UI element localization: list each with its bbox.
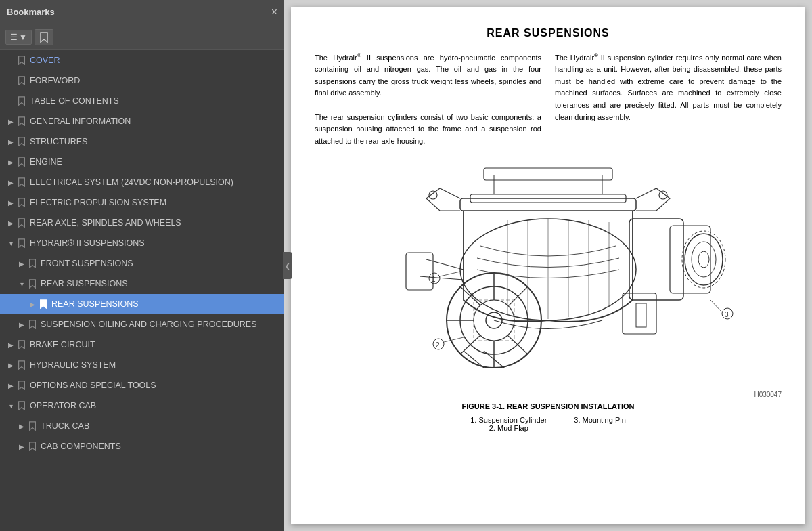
- svg-line-37: [444, 337, 464, 342]
- svg-rect-29: [623, 293, 656, 334]
- svg-point-9: [698, 251, 709, 268]
- sidebar-item-cab-components[interactable]: ▶CAB COMPONENTS: [0, 436, 284, 456]
- figure-reference: H030047: [315, 391, 782, 398]
- svg-point-8: [692, 242, 716, 277]
- sidebar-item-options[interactable]: ▶OPTIONS AND SPECIAL TOOLS: [0, 375, 284, 396]
- sidebar-item-truck-cab[interactable]: ▶TRUCK CAB: [0, 416, 284, 436]
- sidebar-item-brake-circuit[interactable]: ▶BRAKE CIRCUIT: [0, 335, 284, 355]
- svg-point-10: [682, 231, 725, 288]
- bookmark-icon-foreword: [16, 76, 27, 85]
- svg-rect-30: [636, 303, 646, 327]
- bookmark-icon-rear-suspensions-active: [38, 299, 49, 309]
- bookmark-icon-hydraulic: [16, 360, 27, 370]
- svg-rect-43: [484, 168, 612, 180]
- expand-icon[interactable]: ▶: [5, 199, 16, 207]
- expand-icon[interactable]: ▶: [16, 321, 27, 328]
- expand-icon[interactable]: ▶: [5, 158, 16, 166]
- expand-icon[interactable]: ▶: [5, 341, 16, 349]
- bookmark-icon: [39, 32, 49, 43]
- sidebar-label-toc: TABLE OF CONTENTS: [30, 96, 279, 106]
- expand-icon[interactable]: ▶: [5, 118, 16, 125]
- sidebar-item-foreword[interactable]: FOREWORD: [0, 70, 284, 91]
- expand-icon[interactable]: ▶: [27, 301, 38, 308]
- collapse-panel-handle[interactable]: ❮: [283, 252, 292, 279]
- document-page: REAR SUSPENSIONS The Hydrair® II suspens…: [291, 7, 805, 524]
- sidebar-label-general-info: GENERAL INFORMATION: [30, 116, 279, 126]
- svg-line-34: [440, 272, 460, 276]
- col1-para1: The Hydrair® II suspensions are hydro-pn…: [315, 51, 541, 100]
- page-title: REAR SUSPENSIONS: [315, 27, 782, 39]
- expand-icon[interactable]: ▶: [16, 423, 27, 430]
- sidebar-item-rear-suspensions-parent[interactable]: ▾REAR SUSPENSIONS: [0, 274, 284, 294]
- sidebar-item-suspension-oiling[interactable]: ▶SUSPENSION OILING AND CHARGING PROCEDUR…: [0, 314, 284, 335]
- sidebar-item-electrical[interactable]: ▶ELECTRICAL SYSTEM (24VDC NON-PROPULSION…: [0, 172, 284, 192]
- sidebar-label-cab-components: CAB COMPONENTS: [41, 442, 279, 451]
- bookmark-icon-engine: [16, 157, 27, 167]
- expand-all-button[interactable]: ☰ ▼: [5, 30, 32, 45]
- collapse-icon[interactable]: ▾: [5, 240, 16, 247]
- bookmark-icon-rear-suspensions-parent: [27, 279, 38, 289]
- sidebar-item-rear-suspensions-active[interactable]: ▶REAR SUSPENSIONS: [0, 294, 284, 314]
- expand-icon[interactable]: ▶: [16, 443, 27, 450]
- close-button[interactable]: ×: [271, 7, 277, 18]
- bookmark-options-button[interactable]: [35, 29, 53, 45]
- sidebar-label-foreword: FOREWORD: [30, 76, 279, 85]
- sidebar-content[interactable]: COVERFOREWORDTABLE OF CONTENTS▶GENERAL I…: [0, 50, 284, 531]
- bookmark-icon-toc: [16, 96, 27, 106]
- collapse-icon[interactable]: ▾: [5, 402, 16, 410]
- sidebar-label-hydrair: HYDRAIR® II SUSPENSIONS: [30, 238, 279, 248]
- intro-text-columns: The Hydrair® II suspensions are hydro-pn…: [315, 51, 782, 147]
- sidebar-label-hydraulic: HYDRAULIC SYSTEM: [30, 360, 279, 370]
- sidebar-item-front-suspensions[interactable]: ▶FRONT SUSPENSIONS: [0, 253, 284, 274]
- sidebar-item-cover[interactable]: COVER: [0, 50, 284, 70]
- sidebar-item-structures[interactable]: ▶STRUCTURES: [0, 131, 284, 152]
- sidebar-toolbar: ☰ ▼: [0, 24, 284, 50]
- expand-icon[interactable]: ▶: [5, 179, 16, 186]
- sidebar: Bookmarks × ☰ ▼ COVERFOREWORDTABLE OF CO…: [0, 0, 284, 531]
- bookmark-icon-structures: [16, 137, 27, 146]
- sidebar-item-operator-cab[interactable]: ▾OPERATOR CAB: [0, 396, 284, 416]
- sidebar-label-front-suspensions: FRONT SUSPENSIONS: [41, 259, 279, 268]
- expand-icon[interactable]: ▶: [5, 382, 16, 389]
- sidebar-label-cover: COVER: [30, 56, 279, 65]
- suspension-diagram: 1 2 3: [359, 158, 738, 388]
- sidebar-item-rear-axle[interactable]: ▶REAR AXLE, SPINDLES AND WHEELS: [0, 213, 284, 233]
- figure-note-3: 3. Mounting Pin: [574, 416, 625, 424]
- list-icon: ☰: [10, 33, 18, 42]
- expand-icon[interactable]: ▶: [5, 362, 16, 369]
- sidebar-label-suspension-oiling: SUSPENSION OILING AND CHARGING PROCEDURE…: [41, 320, 279, 329]
- sidebar-label-operator-cab: OPERATOR CAB: [30, 401, 279, 410]
- sidebar-item-general-info[interactable]: ▶GENERAL INFORMATION: [0, 111, 284, 131]
- sidebar-label-electric-prop: ELECTRIC PROPULSION SYSTEM: [30, 198, 279, 207]
- sidebar-label-brake-circuit: BRAKE CIRCUIT: [30, 340, 279, 349]
- figure-container: 1 2 3 H030047 FIGURE 3-1. REAR SUSPENSIO…: [315, 158, 782, 432]
- sidebar-label-rear-suspensions-parent: REAR SUSPENSIONS: [41, 279, 279, 289]
- sidebar-label-engine: ENGINE: [30, 157, 279, 167]
- sidebar-item-hydraulic[interactable]: ▶HYDRAULIC SYSTEM: [0, 355, 284, 375]
- svg-line-40: [710, 300, 722, 312]
- expand-icon[interactable]: ▶: [16, 260, 27, 268]
- collapse-icon[interactable]: ▾: [16, 280, 27, 288]
- bookmark-icon-cab-components: [27, 442, 38, 451]
- sidebar-item-toc[interactable]: TABLE OF CONTENTS: [0, 91, 284, 111]
- bookmark-icon-rear-axle: [16, 218, 27, 228]
- sidebar-label-structures: STRUCTURES: [30, 137, 279, 146]
- expand-icon[interactable]: ▶: [5, 138, 16, 146]
- bookmark-icon-front-suspensions: [27, 259, 38, 268]
- bookmark-icon-suspension-oiling: [27, 320, 38, 329]
- col2-para1: The Hydrair® II suspension cylinder requ…: [555, 51, 782, 123]
- figure-note-col2: 3. Mounting Pin: [574, 416, 625, 432]
- figure-note-1: 1. Suspension Cylinder: [470, 416, 547, 424]
- svg-rect-31: [406, 253, 433, 290]
- sidebar-label-electrical: ELECTRICAL SYSTEM (24VDC NON-PROPULSION): [30, 177, 279, 187]
- sidebar-item-engine[interactable]: ▶ENGINE: [0, 152, 284, 172]
- svg-text:3: 3: [725, 311, 729, 318]
- expand-icon[interactable]: ▶: [5, 219, 16, 227]
- sidebar-item-electric-prop[interactable]: ▶ELECTRIC PROPULSION SYSTEM: [0, 192, 284, 213]
- bookmark-icon-hydrair: [16, 238, 27, 248]
- svg-rect-6: [670, 226, 710, 293]
- figure-note-col1: 1. Suspension Cylinder 2. Mud Flap: [470, 416, 547, 432]
- sidebar-label-rear-suspensions-active: REAR SUSPENSIONS: [51, 299, 279, 309]
- sidebar-item-hydrair[interactable]: ▾HYDRAIR® II SUSPENSIONS: [0, 233, 284, 253]
- right-column: The Hydrair® II suspension cylinder requ…: [555, 51, 782, 147]
